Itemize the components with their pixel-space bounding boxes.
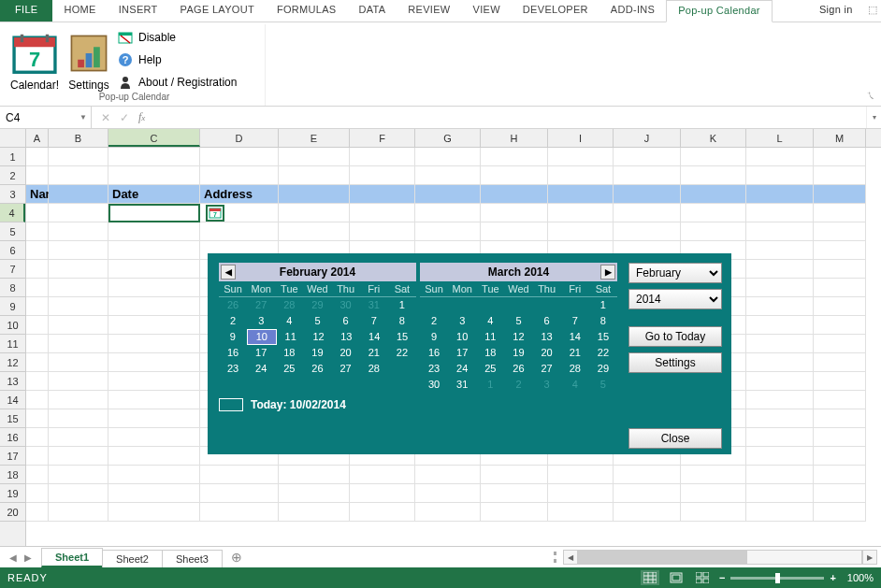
page-layout-view-icon[interactable]	[667, 570, 686, 585]
calendar-day[interactable]: 29	[589, 361, 617, 377]
cell-C20[interactable]	[108, 503, 200, 522]
calendar-day[interactable]: 30	[420, 377, 448, 393]
calendar-day[interactable]: 19	[303, 345, 331, 361]
disable-button[interactable]: Disable	[118, 28, 237, 47]
calendar-day[interactable]: 28	[360, 361, 388, 377]
cell-E18[interactable]	[279, 466, 350, 484]
cell-B17[interactable]	[49, 447, 108, 466]
calendar-day[interactable]: 8	[388, 313, 416, 329]
cell-B8[interactable]	[49, 279, 108, 297]
window-control-icon[interactable]: ⬚	[864, 0, 881, 22]
cell-I20[interactable]	[548, 503, 614, 522]
cell-B10[interactable]	[49, 316, 108, 335]
calendar-day[interactable]: 16	[219, 345, 247, 361]
cell-C4[interactable]	[108, 204, 200, 222]
cell-C18[interactable]	[108, 466, 200, 484]
zoom-slider[interactable]	[730, 577, 824, 580]
cell-C3[interactable]: Date	[108, 185, 200, 204]
calendar-day[interactable]: 27	[247, 297, 275, 313]
cell-H3[interactable]	[481, 185, 548, 204]
calendar-day[interactable]: 20	[332, 345, 360, 361]
cell-M16[interactable]	[814, 428, 866, 447]
cell-A1[interactable]	[26, 148, 49, 166]
column-header-A[interactable]: A	[26, 129, 49, 147]
calendar-day[interactable]: 29	[303, 297, 331, 313]
month-select[interactable]: February	[628, 263, 722, 283]
calendar-day[interactable]: 21	[561, 345, 589, 361]
cell-B16[interactable]	[49, 428, 108, 447]
cell-A16[interactable]	[26, 428, 49, 447]
tab-add-ins[interactable]: ADD-INS	[599, 0, 666, 22]
cell-I18[interactable]	[548, 466, 614, 484]
calendar-day[interactable]: 2	[504, 377, 532, 393]
calendar-day[interactable]: 6	[332, 313, 360, 329]
calendar-day[interactable]: 20	[533, 345, 561, 361]
cell-H1[interactable]	[481, 148, 548, 166]
cell-B18[interactable]	[49, 466, 108, 484]
calendar-day[interactable]: 3	[533, 377, 561, 393]
cell-D2[interactable]	[200, 166, 279, 185]
cell-D20[interactable]	[200, 503, 279, 522]
cell-L5[interactable]	[746, 222, 814, 241]
cancel-formula-icon[interactable]: ✕	[101, 111, 110, 124]
cell-I5[interactable]	[548, 222, 614, 241]
cell-C9[interactable]	[108, 297, 200, 316]
calendar-day[interactable]: 12	[504, 329, 532, 345]
cell-A5[interactable]	[26, 222, 49, 241]
cell-I3[interactable]	[548, 185, 614, 204]
cell-L19[interactable]	[746, 484, 814, 503]
column-header-F[interactable]: F	[350, 129, 415, 147]
row-header-3[interactable]: 3	[0, 185, 25, 204]
cell-C11[interactable]	[108, 335, 200, 353]
cell-F18[interactable]	[350, 466, 415, 484]
cell-H5[interactable]	[481, 222, 548, 241]
year-select[interactable]: 2014	[628, 289, 722, 309]
cell-B2[interactable]	[49, 166, 108, 185]
cell-A4[interactable]	[26, 204, 49, 222]
cell-B12[interactable]	[49, 353, 108, 372]
cell-F2[interactable]	[350, 166, 415, 185]
column-header-D[interactable]: D	[200, 129, 279, 147]
scroll-thumb[interactable]	[579, 551, 747, 564]
cell-K5[interactable]	[681, 222, 746, 241]
cell-K19[interactable]	[681, 484, 746, 503]
cell-I1[interactable]	[548, 148, 614, 166]
calendar-day[interactable]: 22	[388, 345, 416, 361]
calendar-day[interactable]: 9	[420, 329, 448, 345]
calendar-day[interactable]: 15	[388, 329, 416, 345]
cell-H2[interactable]	[481, 166, 548, 185]
name-box-dropdown-icon[interactable]: ▼	[79, 113, 87, 122]
calendar-day[interactable]: 11	[277, 329, 305, 345]
calendar-day[interactable]: 2	[219, 313, 247, 329]
cell-H18[interactable]	[481, 466, 548, 484]
cell-A11[interactable]	[26, 335, 49, 353]
cell-G3[interactable]	[415, 185, 481, 204]
calendar-day[interactable]: 24	[247, 361, 275, 377]
row-header-20[interactable]: 20	[0, 503, 25, 522]
calendar-day[interactable]: 14	[360, 329, 388, 345]
calendar-day[interactable]: 18	[275, 345, 303, 361]
cell-C17[interactable]	[108, 447, 200, 466]
cell-M1[interactable]	[814, 148, 866, 166]
cell-C10[interactable]	[108, 316, 200, 335]
select-all-corner[interactable]	[0, 129, 26, 148]
scroll-left-icon[interactable]: ◀	[563, 550, 578, 565]
cell-M19[interactable]	[814, 484, 866, 503]
calendar-day[interactable]: 4	[476, 313, 504, 329]
cell-J18[interactable]	[614, 466, 681, 484]
cell-C12[interactable]	[108, 353, 200, 372]
cell-A20[interactable]	[26, 503, 49, 522]
calendar-day[interactable]: 16	[420, 345, 448, 361]
calendar-day[interactable]: 17	[247, 345, 275, 361]
calendar-day[interactable]: 11	[476, 329, 504, 345]
cell-A10[interactable]	[26, 316, 49, 335]
calendar-day[interactable]: 5	[504, 313, 532, 329]
row-header-19[interactable]: 19	[0, 484, 25, 503]
cell-C15[interactable]	[108, 409, 200, 428]
cell-D5[interactable]	[200, 222, 279, 241]
row-header-15[interactable]: 15	[0, 409, 25, 428]
cell-B20[interactable]	[49, 503, 108, 522]
cell-C7[interactable]	[108, 260, 200, 279]
cell-G4[interactable]	[415, 204, 481, 222]
cell-B1[interactable]	[49, 148, 108, 166]
